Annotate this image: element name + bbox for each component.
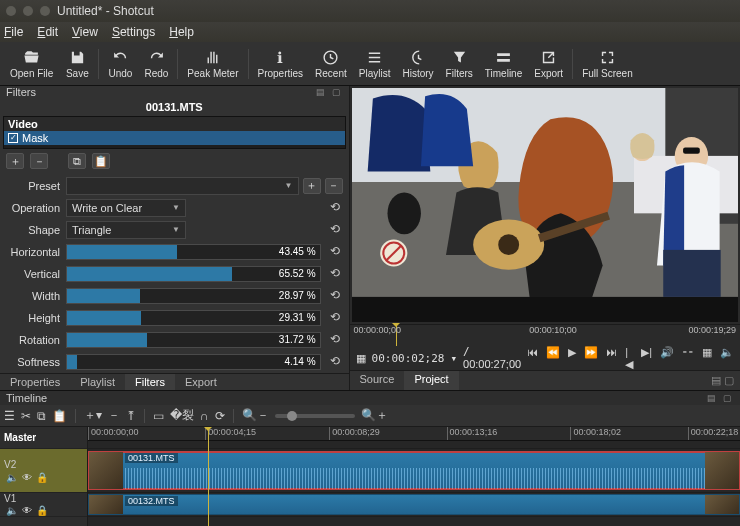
shape-combo[interactable]: Triangle▼ <box>66 221 186 239</box>
play-icon[interactable]: ▶ <box>568 346 576 371</box>
undo-button[interactable]: Undo <box>102 44 138 84</box>
panel-controls[interactable]: ▤ ▢ <box>705 371 740 390</box>
hide-icon[interactable]: 👁 <box>22 505 32 516</box>
volume-icon[interactable]: 🔊 <box>660 346 674 371</box>
peak-meter-button[interactable]: Peak Meter <box>181 44 244 84</box>
reset-icon[interactable]: ⟲ <box>327 310 343 326</box>
menu-help[interactable]: Help <box>169 25 194 39</box>
open-file-button[interactable]: Open File <box>4 44 59 84</box>
filter-item-mask[interactable]: ✓ Mask <box>4 131 345 145</box>
copy-filter-button[interactable]: ⧉ <box>68 153 86 169</box>
tab-properties[interactable]: Properties <box>0 374 70 390</box>
tl-scrub-icon[interactable]: ⟳ <box>215 409 225 423</box>
reset-icon[interactable]: ⟲ <box>327 244 343 260</box>
prev-frame-icon[interactable]: |◀ <box>625 346 633 371</box>
reset-icon[interactable]: ⟲ <box>327 200 343 216</box>
vertical-slider[interactable]: 65.52 % <box>66 266 321 282</box>
menu-view[interactable]: View <box>72 25 98 39</box>
panel-controls[interactable]: ▤ ▢ <box>707 393 734 403</box>
lane-v1[interactable]: 00132.MTS <box>88 493 740 517</box>
tab-export[interactable]: Export <box>175 374 227 390</box>
close-window-icon[interactable] <box>6 6 16 16</box>
zoom-slider[interactable] <box>275 414 355 418</box>
reset-icon[interactable]: ⟲ <box>327 288 343 304</box>
menu-settings[interactable]: Settings <box>112 25 155 39</box>
mute-icon[interactable]: 🔈 <box>6 472 18 483</box>
filters-list[interactable]: Video ✓ Mask <box>3 116 346 149</box>
video-preview[interactable] <box>352 88 738 322</box>
rewind-icon[interactable]: ⏪ <box>546 346 560 371</box>
history-button[interactable]: History <box>396 44 439 84</box>
player-ruler[interactable]: 00:00:00;00 00:00:10;00 00:00:19;29 <box>350 324 740 346</box>
filters-button[interactable]: Filters <box>440 44 479 84</box>
paste-filter-button[interactable]: 📋 <box>92 153 110 169</box>
minimize-window-icon[interactable] <box>23 6 33 16</box>
track-v2[interactable]: V2 🔈👁🔒 <box>0 449 87 493</box>
menu-file[interactable]: File <box>4 25 23 39</box>
full-screen-button[interactable]: Full Screen <box>576 44 639 84</box>
lane-v2[interactable]: 00131.MTS <box>88 449 740 493</box>
track-master[interactable]: Master <box>0 427 87 449</box>
tab-project[interactable]: Project <box>404 371 458 390</box>
softness-slider[interactable]: 4.14 % <box>66 354 321 370</box>
menu-edit[interactable]: Edit <box>37 25 58 39</box>
reset-icon[interactable]: ⟲ <box>327 222 343 238</box>
panel-controls[interactable]: ▤ ▢ <box>316 87 343 97</box>
tab-playlist[interactable]: Playlist <box>70 374 125 390</box>
next-frame-icon[interactable]: ▶| <box>641 346 652 371</box>
preset-combo[interactable]: ▼ <box>66 177 299 195</box>
add-filter-button[interactable]: ＋ <box>6 153 24 169</box>
lock-icon[interactable]: 🔒 <box>36 505 48 516</box>
tab-filters[interactable]: Filters <box>125 374 175 390</box>
preset-add-button[interactable]: ＋ <box>303 178 321 194</box>
tl-copy-icon[interactable]: ⧉ <box>37 409 46 423</box>
tl-append-icon[interactable]: ＋▾ <box>84 407 102 424</box>
playlist-button[interactable]: Playlist <box>353 44 397 84</box>
width-slider[interactable]: 28.97 % <box>66 288 321 304</box>
frame-arrow-icon[interactable]: ▾ <box>450 352 457 365</box>
mute-icon[interactable]: 🔈 <box>6 505 18 516</box>
export-button[interactable]: Export <box>528 44 569 84</box>
volume-toggle-icon[interactable]: 🔈 <box>720 346 734 371</box>
reset-icon[interactable]: ⟲ <box>327 332 343 348</box>
operation-combo[interactable]: Write on Clear▼ <box>66 199 186 217</box>
tl-zoom-in-icon[interactable]: 🔍＋ <box>361 407 388 424</box>
redo-button[interactable]: Redo <box>138 44 174 84</box>
checkbox-icon[interactable]: ✓ <box>8 133 18 143</box>
tl-paste-icon[interactable]: 📋 <box>52 409 67 423</box>
grid-icon[interactable]: ▦ <box>702 346 712 371</box>
current-timecode[interactable]: 00:00:02;28 <box>372 352 445 365</box>
clip-v1[interactable]: 00132.MTS <box>88 494 740 515</box>
skip-end-icon[interactable]: ⏭ <box>606 346 617 371</box>
clip-v2[interactable]: 00131.MTS <box>88 451 740 490</box>
hide-icon[interactable]: 👁 <box>22 472 32 483</box>
rotation-slider[interactable]: 31.72 % <box>66 332 321 348</box>
skip-start-icon[interactable]: ⏮ <box>527 346 538 371</box>
save-button[interactable]: Save <box>59 44 95 84</box>
recent-button[interactable]: Recent <box>309 44 353 84</box>
tl-lift-icon[interactable]: ⤒ <box>126 409 136 423</box>
tl-split-icon[interactable]: �裂 <box>170 407 194 424</box>
tl-snap-icon[interactable]: ∩ <box>200 409 209 423</box>
lock-icon[interactable]: 🔒 <box>36 472 48 483</box>
timecode-toggle-icon[interactable]: ▦ <box>356 352 366 365</box>
height-slider[interactable]: 29.31 % <box>66 310 321 326</box>
horizontal-slider[interactable]: 43.45 % <box>66 244 321 260</box>
properties-button[interactable]: ℹProperties <box>252 44 310 84</box>
tl-menu-icon[interactable]: ☰ <box>4 409 15 423</box>
track-area[interactable]: 00:00:00;00 00:00:04;15 00:00:08;29 00:0… <box>88 427 740 526</box>
tl-cut-icon[interactable]: ✂ <box>21 409 31 423</box>
timeline-ruler[interactable]: 00:00:00;00 00:00:04;15 00:00:08;29 00:0… <box>88 427 740 441</box>
tl-overwrite-icon[interactable]: ▭ <box>153 409 164 423</box>
tab-source[interactable]: Source <box>350 371 405 390</box>
forward-icon[interactable]: ⏩ <box>584 346 598 371</box>
reset-icon[interactable]: ⟲ <box>327 354 343 370</box>
preset-remove-button[interactable]: － <box>325 178 343 194</box>
timeline-playhead[interactable] <box>208 427 209 526</box>
tl-zoom-out-icon[interactable]: 🔍－ <box>242 407 269 424</box>
reset-icon[interactable]: ⟲ <box>327 266 343 282</box>
remove-filter-button[interactable]: － <box>30 153 48 169</box>
zoom-fit-icon[interactable]: ⁃⁃ <box>682 346 694 371</box>
track-v1[interactable]: V1 🔈👁🔒 <box>0 493 87 517</box>
timeline-button[interactable]: Timeline <box>479 44 528 84</box>
